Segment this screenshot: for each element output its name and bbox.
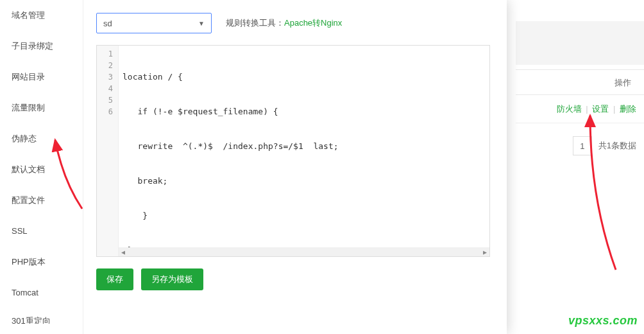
toolbar: sd ▼ 规则转换工具：Apache转Nginx bbox=[96, 13, 490, 33]
line-number: 6 bbox=[97, 106, 118, 118]
sidebar-item-config[interactable]: 配置文件 bbox=[0, 185, 83, 216]
code-area[interactable]: location / { if (!-e $request_filename) … bbox=[119, 46, 489, 256]
line-number: 5 bbox=[97, 94, 118, 106]
sidebar-item-tomcat[interactable]: Tomcat bbox=[0, 277, 83, 308]
tool-label-group: 规则转换工具：Apache转Nginx bbox=[226, 17, 342, 29]
sidebar-item-traffic[interactable]: 流量限制 bbox=[0, 92, 83, 123]
scroll-right-icon[interactable]: ▶ bbox=[480, 247, 489, 256]
table-header-operation: 操作 bbox=[516, 69, 644, 95]
editor-gutter: 1 2 3 4 5 6 bbox=[97, 46, 119, 256]
sidebar-item-sitedir[interactable]: 网站目录 bbox=[0, 62, 83, 92]
separator: | bbox=[613, 104, 615, 114]
sidebar: 域名管理 子目录绑定 网站目录 流量限制 伪静态 默认文档 配置文件 SSL P… bbox=[0, 0, 83, 334]
line-number: 1 bbox=[97, 48, 118, 60]
scroll-left-icon[interactable]: ◀ bbox=[119, 247, 128, 256]
main-panel: sd ▼ 规则转换工具：Apache转Nginx 1 2 3 4 5 6 loc… bbox=[83, 0, 507, 334]
code-line: if (!-e $request_filename) { bbox=[123, 106, 486, 118]
background-panel: 操作 防火墙 | 设置 | 删除 1 共1条数据 bbox=[516, 0, 644, 334]
sidebar-item-domain[interactable]: 域名管理 bbox=[0, 0, 83, 31]
link-firewall[interactable]: 防火墙 bbox=[557, 104, 582, 114]
save-button[interactable]: 保存 bbox=[96, 268, 133, 290]
code-line: rewrite ^(.*)$ /index.php?s=/$1 last; bbox=[123, 141, 486, 152]
save-as-template-button[interactable]: 另存为模板 bbox=[141, 268, 203, 290]
sidebar-item-rewrite[interactable]: 伪静态 bbox=[0, 123, 83, 154]
apache-to-nginx-link[interactable]: Apache转Nginx bbox=[284, 18, 342, 28]
select-value: sd bbox=[103, 19, 112, 28]
line-number: 4 bbox=[97, 83, 118, 94]
action-bar: 保存 另存为模板 bbox=[96, 268, 490, 290]
bg-toolbar-band bbox=[516, 21, 644, 65]
template-select[interactable]: sd ▼ bbox=[96, 13, 212, 33]
page-total-text: 共1条数据 bbox=[598, 140, 636, 152]
sidebar-item-ssl[interactable]: SSL bbox=[0, 216, 83, 247]
separator: | bbox=[586, 104, 588, 114]
sidebar-item-defaultdoc[interactable]: 默认文档 bbox=[0, 154, 83, 185]
sidebar-item-301[interactable]: 301重定向 bbox=[0, 308, 83, 324]
pagination: 1 共1条数据 bbox=[573, 136, 636, 155]
tool-label: 规则转换工具： bbox=[226, 18, 284, 28]
sidebar-item-subdir[interactable]: 子目录绑定 bbox=[0, 31, 83, 62]
line-number: 2 bbox=[97, 60, 118, 71]
sidebar-item-php[interactable]: PHP版本 bbox=[0, 247, 83, 277]
watermark: vpsxxs.com bbox=[568, 314, 638, 328]
link-settings[interactable]: 设置 bbox=[592, 104, 609, 114]
horizontal-scrollbar[interactable]: ◀ ▶ bbox=[119, 247, 489, 256]
code-line: break; bbox=[123, 175, 486, 187]
chevron-down-icon: ▼ bbox=[198, 20, 205, 27]
col-header-operation: 操作 bbox=[614, 78, 631, 87]
table-row: 防火墙 | 设置 | 删除 bbox=[516, 95, 644, 123]
line-number: 3 bbox=[97, 71, 118, 83]
code-editor[interactable]: 1 2 3 4 5 6 location / { if (!-e $reques… bbox=[96, 45, 490, 257]
page-number[interactable]: 1 bbox=[573, 136, 592, 155]
link-delete[interactable]: 删除 bbox=[620, 104, 636, 114]
code-line: } bbox=[123, 210, 486, 222]
code-line: location / { bbox=[123, 71, 486, 83]
